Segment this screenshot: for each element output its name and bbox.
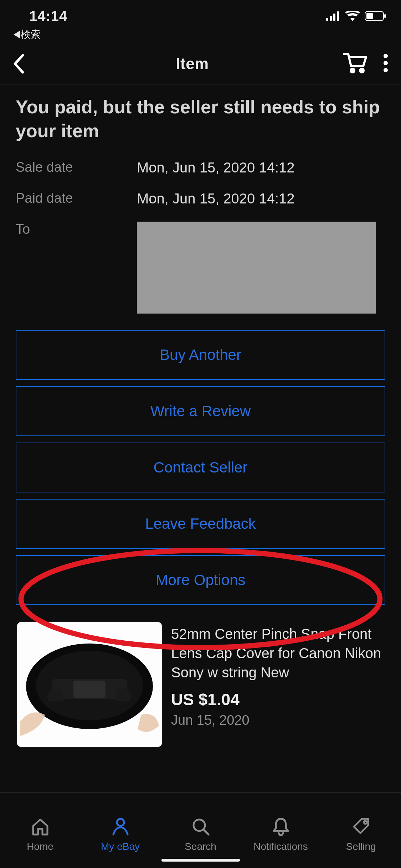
- home-indicator[interactable]: [161, 859, 240, 862]
- tab-selling[interactable]: Selling: [321, 793, 401, 852]
- svg-rect-5: [384, 14, 386, 18]
- svg-point-8: [360, 69, 364, 72]
- svg-point-20: [364, 821, 367, 824]
- wifi-icon: [345, 11, 360, 21]
- ship-to-row: To: [16, 222, 385, 314]
- sale-date-value: Mon, Jun 15, 2020 14:12: [137, 160, 385, 176]
- page-title: Item: [41, 55, 343, 73]
- chevron-left-icon: [13, 54, 25, 74]
- svg-rect-6: [366, 13, 373, 19]
- search-icon: [191, 817, 211, 837]
- address-redacted: [137, 222, 376, 314]
- back-button[interactable]: [13, 54, 41, 74]
- cart-button[interactable]: [343, 53, 367, 75]
- home-icon: [30, 817, 50, 837]
- tab-selling-label: Selling: [346, 841, 376, 852]
- action-button-group: Buy Another Write a Review Contact Selle…: [16, 330, 385, 605]
- svg-point-9: [384, 54, 388, 58]
- buy-another-button[interactable]: Buy Another: [16, 330, 385, 380]
- contact-seller-button[interactable]: Contact Seller: [16, 443, 385, 492]
- leave-feedback-button[interactable]: Leave Feedback: [16, 499, 385, 549]
- svg-rect-17: [73, 681, 106, 698]
- tab-home-label: Home: [27, 841, 53, 852]
- sale-date-label: Sale date: [16, 160, 137, 176]
- tab-home[interactable]: Home: [0, 793, 80, 852]
- bell-icon: [271, 817, 291, 837]
- more-menu-button[interactable]: [383, 53, 388, 74]
- cart-icon: [343, 53, 367, 73]
- battery-icon: [365, 11, 387, 21]
- status-bar: 14:14: [0, 0, 401, 28]
- return-to-app-button[interactable]: 検索: [0, 28, 401, 43]
- tag-icon: [351, 817, 371, 837]
- content-area: You paid, but the seller still needs to …: [0, 84, 401, 792]
- item-price: US $1.04: [171, 690, 385, 709]
- status-time: 14:14: [29, 8, 67, 24]
- svg-rect-1: [330, 16, 332, 21]
- write-review-button[interactable]: Write a Review: [16, 386, 385, 436]
- tab-bar: Home My eBay Search Notifications Sellin…: [0, 792, 401, 868]
- status-indicators: [326, 11, 387, 21]
- tab-myebay[interactable]: My eBay: [80, 793, 160, 852]
- lens-cap-illustration: [20, 629, 159, 740]
- svg-point-7: [351, 69, 354, 72]
- tab-notifications[interactable]: Notifications: [241, 793, 321, 852]
- tab-notifications-label: Notifications: [253, 841, 308, 852]
- paid-date-row: Paid date Mon, Jun 15, 2020 14:12: [16, 191, 385, 207]
- tab-search[interactable]: Search: [160, 793, 241, 852]
- tab-search-label: Search: [185, 841, 216, 852]
- more-options-button[interactable]: More Options: [16, 555, 385, 605]
- svg-rect-0: [326, 18, 328, 21]
- ship-to-label: To: [16, 222, 137, 314]
- return-to-app-label: 検索: [21, 28, 41, 41]
- item-thumbnail: [17, 622, 162, 747]
- status-headline: You paid, but the seller still needs to …: [16, 95, 385, 143]
- item-date: Jun 15, 2020: [171, 713, 385, 728]
- nav-header: Item: [0, 43, 401, 84]
- svg-point-11: [384, 68, 388, 72]
- item-title: 52mm Center Pinch Snap Front Lens Cap Co…: [171, 624, 385, 682]
- paid-date-value: Mon, Jun 15, 2020 14:12: [137, 191, 385, 207]
- svg-point-10: [384, 61, 388, 65]
- svg-rect-2: [333, 14, 335, 21]
- sale-date-row: Sale date Mon, Jun 15, 2020 14:12: [16, 160, 385, 176]
- cell-signal-icon: [326, 11, 340, 21]
- svg-point-18: [117, 819, 124, 826]
- item-summary[interactable]: 52mm Center Pinch Snap Front Lens Cap Co…: [16, 610, 385, 747]
- vertical-dots-icon: [383, 53, 388, 73]
- person-icon: [110, 817, 130, 837]
- back-triangle-icon: [14, 31, 20, 38]
- tab-myebay-label: My eBay: [101, 841, 140, 852]
- svg-rect-3: [337, 11, 339, 21]
- paid-date-label: Paid date: [16, 191, 137, 207]
